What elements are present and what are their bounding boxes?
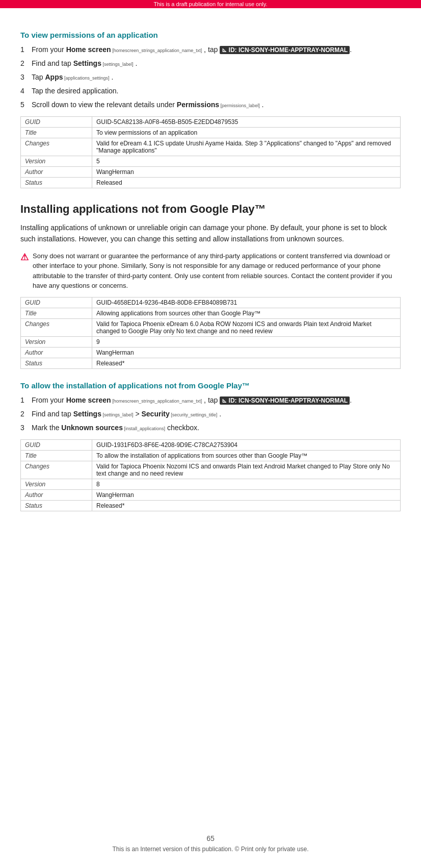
meta3-value-title: To allow the installation of application… (92, 450, 401, 461)
meta2-row-version: Version 9 (21, 336, 401, 347)
meta-label-status: Status (21, 178, 92, 188)
step-1: 1 From your Home screen [homescreen_stri… (20, 44, 401, 55)
step-4: 4 Tap the desired application. (20, 86, 401, 96)
meta3-label-status: Status (21, 500, 92, 511)
step-num-1: 1 (20, 44, 32, 55)
meta3-value-author: WangHerman (92, 489, 401, 500)
meta-row-changes: Changes Valid for eDream 4.1 ICS update … (21, 138, 401, 156)
page-footer: 65 This is an Internet version of this p… (0, 834, 421, 853)
meta2-value-status: Released* (92, 358, 401, 368)
warning-block: ⚠ Sony does not warrant or guarantee the… (20, 251, 401, 291)
meta2-row-changes: Changes Valid for Tapioca Phoenix eDream… (21, 318, 401, 336)
meta-row-author: Author WangHerman (21, 167, 401, 178)
draft-banner: This is a draft publication for internal… (0, 0, 421, 8)
warning-icon: ⚠ (20, 252, 29, 263)
meta-value-guid: GUID-5CA82138-A0F8-465B-B505-E2EDD487953… (92, 117, 401, 128)
meta3-label-changes: Changes (21, 461, 92, 479)
meta2-row-guid: GUID GUID-4658ED14-9236-4B4B-80D8-EFB840… (21, 297, 401, 308)
section1-meta-table: GUID GUID-5CA82138-A0F8-465B-B505-E2EDD4… (20, 116, 401, 188)
page-number: 65 (0, 834, 421, 842)
meta-row-title: Title To view permissions of an applicat… (21, 128, 401, 138)
section1-steps: 1 From your Home screen [homescreen_stri… (20, 44, 401, 110)
footer-note: This is an Internet version of this publ… (0, 846, 421, 853)
section3-meta-table: GUID GUID-1931F6D3-8F6E-4208-9D9E-C78CA2… (20, 439, 401, 511)
section3-steps: 1 From your Home screen [homescreen_stri… (20, 395, 401, 433)
meta3-label-author: Author (21, 489, 92, 500)
meta-row-guid: GUID GUID-5CA82138-A0F8-465B-B505-E2EDD4… (21, 117, 401, 128)
meta2-label-changes: Changes (21, 318, 92, 336)
meta3-value-version: 8 (92, 479, 401, 489)
meta2-value-changes: Valid for Tapioca Phoenix eDream 6.0 Aob… (92, 318, 401, 336)
step-2: 2 Find and tap Settings [settings_label]… (20, 58, 401, 69)
section3-heading: To allow the installation of application… (20, 381, 401, 390)
meta-value-version: 5 (92, 156, 401, 167)
s3-step-num-2: 2 (20, 409, 32, 419)
step-num-2: 2 (20, 58, 32, 69)
meta3-value-changes: Valid for Tapioca Phoenix Nozomi ICS and… (92, 461, 401, 479)
section2-body-para: Installing applications of unknown or un… (20, 222, 401, 245)
meta-row-status: Status Released (21, 178, 401, 188)
meta2-row-title: Title Allowing applications from sources… (21, 308, 401, 318)
meta-label-author: Author (21, 167, 92, 178)
section2-meta-table: GUID GUID-4658ED14-9236-4B4B-80D8-EFB840… (20, 297, 401, 369)
warning-text: Sony does not warrant or guarantee the p… (33, 251, 401, 291)
meta2-label-title: Title (21, 308, 92, 318)
meta3-row-author: Author WangHerman (21, 489, 401, 500)
s3-step-num-3: 3 (20, 423, 32, 433)
meta-value-author: WangHerman (92, 167, 401, 178)
s3-step-2: 2 Find and tap Settings [settings_label]… (20, 409, 401, 419)
meta3-value-guid: GUID-1931F6D3-8F6E-4208-9D9E-C78CA275390… (92, 439, 401, 450)
meta3-row-version: Version 8 (21, 479, 401, 489)
meta3-label-title: Title (21, 450, 92, 461)
meta-label-title: Title (21, 128, 92, 138)
meta2-value-title: Allowing applications from sources other… (92, 308, 401, 318)
meta-label-changes: Changes (21, 138, 92, 156)
meta-label-version: Version (21, 156, 92, 167)
meta2-row-author: Author WangHerman (21, 347, 401, 358)
meta3-row-changes: Changes Valid for Tapioca Phoenix Nozomi… (21, 461, 401, 479)
meta-label-guid: GUID (21, 117, 92, 128)
step-num-4: 4 (20, 86, 32, 96)
step-num-5: 5 (20, 100, 32, 110)
meta2-label-status: Status (21, 358, 92, 368)
meta3-row-guid: GUID GUID-1931F6D3-8F6E-4208-9D9E-C78CA2… (21, 439, 401, 450)
meta3-label-guid: GUID (21, 439, 92, 450)
meta3-value-status: Released* (92, 500, 401, 511)
meta3-row-title: Title To allow the installation of appli… (21, 450, 401, 461)
meta2-label-author: Author (21, 347, 92, 358)
meta2-label-version: Version (21, 336, 92, 347)
meta-value-status: Released (92, 178, 401, 188)
s3-step-num-1: 1 (20, 395, 32, 406)
step-3: 3 Tap Apps [applications_settings] . (20, 72, 401, 83)
meta-value-title: To view permissions of an application (92, 128, 401, 138)
s3-step-3: 3 Mark the Unknown sources [install_appl… (20, 423, 401, 433)
meta2-value-version: 9 (92, 336, 401, 347)
meta-row-version: Version 5 (21, 156, 401, 167)
section1-heading: To view permissions of an application (20, 31, 401, 39)
step-5: 5 Scroll down to view the relevant detai… (20, 100, 401, 110)
meta2-value-author: WangHerman (92, 347, 401, 358)
meta3-label-version: Version (21, 479, 92, 489)
section2-heading: Installing applications not from Google … (20, 203, 401, 216)
meta-value-changes: Valid for eDream 4.1 ICS update Urushi A… (92, 138, 401, 156)
meta2-row-status: Status Released* (21, 358, 401, 368)
step-num-3: 3 (20, 72, 32, 83)
s3-step-1: 1 From your Home screen [homescreen_stri… (20, 395, 401, 406)
meta2-value-guid: GUID-4658ED14-9236-4B4B-80D8-EFB84089B73… (92, 297, 401, 308)
meta2-label-guid: GUID (21, 297, 92, 308)
meta3-row-status: Status Released* (21, 500, 401, 511)
